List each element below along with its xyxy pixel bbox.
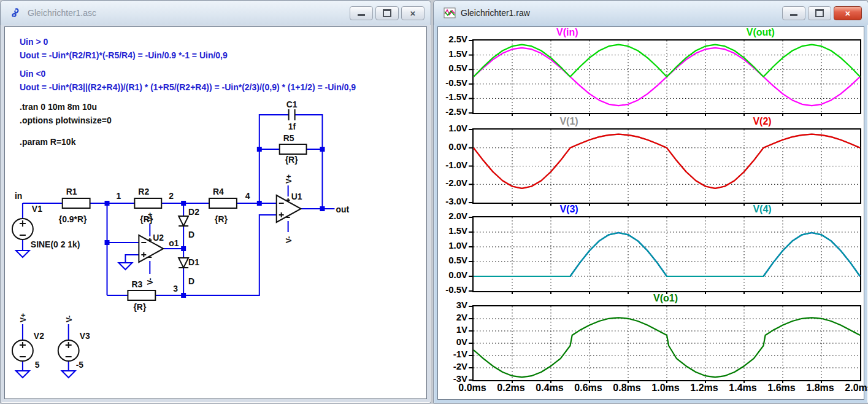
plot-box[interactable] bbox=[472, 39, 861, 114]
plot-box[interactable] bbox=[472, 305, 861, 381]
label-R3-name[interactable]: R3 bbox=[131, 279, 142, 289]
y-tick-label: 1.5V bbox=[448, 225, 467, 236]
trace-label[interactable]: V(2) bbox=[753, 116, 771, 127]
y-tick-label: 1.5V bbox=[448, 49, 467, 59]
label-R3-value[interactable]: {R} bbox=[133, 302, 146, 312]
trace-label[interactable]: V(o1) bbox=[653, 293, 678, 304]
waveform-titlebar[interactable]: Gleichrichter1.raw × bbox=[434, 1, 868, 25]
trace-title-row: V(o1) bbox=[472, 293, 859, 304]
label-U2-name[interactable]: U2 bbox=[153, 233, 164, 243]
trace-label[interactable]: V(4) bbox=[753, 204, 771, 215]
net-label-out[interactable]: out bbox=[336, 204, 349, 214]
label-C1-name[interactable]: C1 bbox=[286, 99, 298, 109]
label-R1-name[interactable]: R1 bbox=[66, 187, 77, 196]
resistor-R4[interactable] bbox=[209, 198, 237, 208]
trace-label[interactable]: V(1) bbox=[559, 116, 578, 127]
y-tick-label: -1V bbox=[453, 349, 467, 359]
rail-label-vplus[interactable]: V+ bbox=[146, 212, 155, 222]
label-R5-value[interactable]: {R} bbox=[285, 155, 298, 165]
plot-box[interactable] bbox=[472, 216, 861, 292]
rail-label-vminus[interactable]: V- bbox=[65, 316, 74, 322]
voltage-source-V1[interactable] bbox=[12, 219, 33, 239]
x-tick-label: 0.8ms bbox=[610, 383, 644, 394]
x-tick-label: 0.0ms bbox=[455, 383, 490, 394]
net-label-4[interactable]: 4 bbox=[245, 191, 250, 201]
x-tick-label: 1.6ms bbox=[764, 383, 799, 394]
y-tick-label: -0.5V bbox=[445, 77, 467, 88]
label-C1-value[interactable]: 1f bbox=[288, 122, 296, 131]
diode-D1[interactable] bbox=[179, 258, 188, 268]
label-V2-name[interactable]: V2 bbox=[34, 331, 44, 341]
y-tick-label: 0V bbox=[456, 336, 467, 347]
x-axis-labels: 0.0ms0.2ms0.4ms0.6ms0.8ms1.0ms1.2ms1.4ms… bbox=[439, 383, 865, 398]
capacitor-C1[interactable] bbox=[289, 109, 295, 120]
resistor-R5[interactable] bbox=[280, 144, 307, 154]
resistor-R1[interactable] bbox=[63, 198, 90, 208]
maximize-button[interactable] bbox=[375, 6, 399, 20]
trace-label[interactable]: V(3) bbox=[559, 204, 578, 215]
label-V2-value[interactable]: 5 bbox=[35, 360, 40, 370]
trace-title-row: V(1)V(2) bbox=[472, 116, 859, 127]
trace-label[interactable]: V(in) bbox=[556, 27, 578, 38]
waveform-plot-area[interactable]: V(in)V(out) 2.5V1.5V0.5V-0.5V-1.5V-2.5V … bbox=[437, 26, 864, 400]
label-U1-name[interactable]: U1 bbox=[291, 192, 302, 201]
label-R4-value[interactable]: {R} bbox=[215, 214, 228, 224]
minimize-button[interactable] bbox=[782, 6, 805, 20]
label-R1-value[interactable]: {0.9*R} bbox=[59, 214, 87, 224]
y-tick-label: 0.0V bbox=[448, 141, 467, 152]
y-tick-label: 0.0V bbox=[448, 270, 467, 280]
label-D1-value[interactable]: D bbox=[188, 276, 194, 286]
minimize-button[interactable] bbox=[350, 6, 373, 20]
schematic-titlebar[interactable]: Gleichrichter1.asc × bbox=[1, 1, 431, 25]
label-V3-value[interactable]: -5 bbox=[76, 360, 84, 370]
x-tick-label: 0.6ms bbox=[571, 383, 605, 394]
close-button[interactable]: × bbox=[834, 6, 862, 20]
label-R2-name[interactable]: R2 bbox=[138, 187, 149, 196]
close-icon: × bbox=[410, 8, 416, 18]
resistor-R2[interactable] bbox=[134, 198, 161, 208]
maximize-icon bbox=[383, 9, 391, 17]
y-tick-label: -2.0V bbox=[445, 177, 467, 188]
diode-D2[interactable] bbox=[179, 216, 188, 226]
label-R5-name[interactable]: R5 bbox=[283, 133, 294, 143]
x-tick-label: 1.0ms bbox=[648, 383, 683, 394]
net-label-in[interactable]: in bbox=[15, 191, 22, 201]
net-label-2[interactable]: 2 bbox=[169, 191, 174, 201]
maximize-icon bbox=[815, 9, 824, 17]
net-label-1[interactable]: 1 bbox=[116, 191, 121, 201]
label-D2-name[interactable]: D2 bbox=[188, 207, 199, 217]
window-title: Gleichrichter1.raw bbox=[461, 8, 530, 18]
label-R4-name[interactable]: R4 bbox=[213, 187, 224, 196]
y-tick-label: 2.5V bbox=[448, 34, 467, 44]
schematic-window: Gleichrichter1.asc × Uin > 0 Uout = -Uin… bbox=[0, 0, 431, 403]
y-tick-label: 1.0V bbox=[448, 123, 467, 133]
maximize-button[interactable] bbox=[808, 6, 831, 20]
ltspice-app-icon bbox=[10, 7, 23, 19]
resistor-R3[interactable] bbox=[128, 290, 155, 300]
y-tick-label: 0.5V bbox=[448, 255, 467, 265]
y-tick-label: -3.0V bbox=[445, 196, 467, 206]
x-tick-label: 1.8ms bbox=[803, 383, 837, 394]
voltage-source-V2[interactable] bbox=[12, 340, 33, 361]
net-label-3[interactable]: 3 bbox=[173, 284, 178, 293]
rail-label-vplus[interactable]: V+ bbox=[19, 313, 28, 322]
label-D1-name[interactable]: D1 bbox=[188, 257, 199, 267]
label-D2-value[interactable]: D bbox=[188, 230, 194, 239]
y-tick-label: -2V bbox=[453, 361, 467, 371]
y-tick-label: 1V bbox=[456, 324, 467, 335]
schematic-canvas[interactable]: Uin > 0 Uout = -Uin*(R2/R1)*(-R5/R4) = -… bbox=[4, 26, 427, 399]
trace-label[interactable]: V(out) bbox=[747, 27, 775, 38]
rail-label-vplus[interactable]: V+ bbox=[285, 174, 293, 184]
trace-title-row: V(3)V(4) bbox=[472, 204, 859, 215]
y-tick-label: -1.5V bbox=[445, 91, 467, 102]
rail-label-vminus[interactable]: V- bbox=[285, 236, 293, 243]
close-button[interactable]: × bbox=[401, 6, 424, 20]
label-V3-name[interactable]: V3 bbox=[80, 331, 90, 341]
plot-box[interactable] bbox=[472, 128, 861, 204]
rail-label-vminus[interactable]: V- bbox=[146, 278, 155, 285]
label-V1-value[interactable]: SINE(0 2 1k) bbox=[31, 239, 80, 249]
voltage-source-V3[interactable] bbox=[58, 340, 79, 361]
net-label-o1[interactable]: o1 bbox=[169, 238, 179, 248]
label-V1-name[interactable]: V1 bbox=[32, 204, 42, 214]
x-tick-label: 1.4ms bbox=[726, 383, 760, 394]
